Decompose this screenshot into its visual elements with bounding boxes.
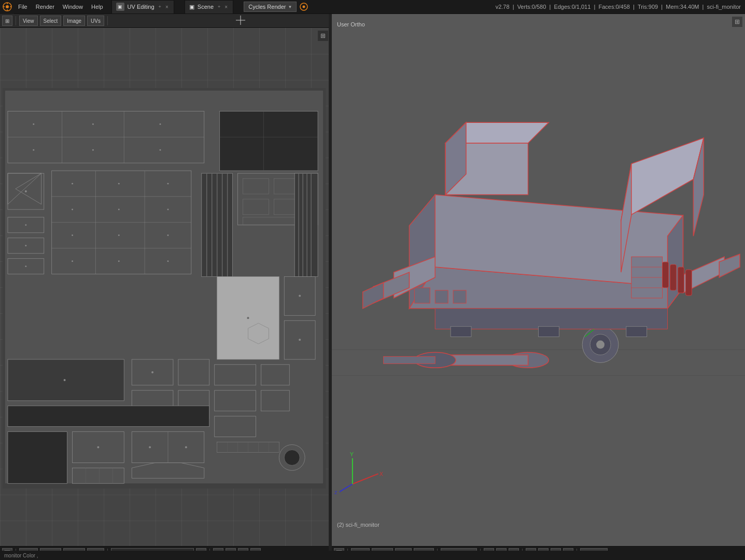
scene-tab-label: Scene: [198, 4, 214, 10]
svg-rect-20: [220, 111, 318, 171]
svg-rect-151: [539, 327, 559, 337]
svg-point-98: [97, 446, 99, 449]
uv-uvs-btn[interactable]: UVs: [87, 16, 104, 26]
uv-cursor-position: [236, 16, 245, 25]
svg-point-102: [185, 446, 187, 449]
svg-point-16: [160, 123, 161, 125]
svg-point-62: [25, 265, 26, 267]
svg-point-41: [118, 260, 120, 262]
svg-rect-131: [384, 356, 435, 363]
uv-editor-viewport[interactable]: ⊞: [0, 28, 331, 546]
svg-text:Z: Z: [334, 490, 338, 495]
bottom-status-bar: monitor Color ,: [0, 551, 745, 560]
svg-point-64: [64, 379, 66, 381]
menu-help[interactable]: Help: [87, 0, 107, 14]
menu-window[interactable]: Window: [59, 0, 87, 14]
svg-point-88: [284, 450, 300, 466]
scene-tab[interactable]: ▣ Scene + ×: [185, 0, 233, 14]
svg-rect-137: [453, 290, 466, 303]
svg-point-7: [303, 6, 305, 8]
render-engine-arrow: ▼: [288, 5, 292, 9]
scene-layout-icon: ▣: [189, 4, 194, 10]
svg-point-37: [72, 234, 73, 236]
svg-rect-143: [670, 264, 677, 290]
uv-map-display: [0, 28, 331, 546]
stats-mem: Mem:34.40M: [666, 4, 699, 10]
svg-rect-72: [294, 173, 318, 276]
uv-select-btn[interactable]: Select: [40, 16, 62, 26]
svg-point-17: [33, 149, 34, 151]
panel-resize-handle[interactable]: [329, 14, 331, 560]
svg-point-33: [167, 183, 168, 185]
viewport-3d-model: X Y Z: [332, 14, 745, 546]
svg-point-24: [25, 190, 27, 192]
svg-point-1: [6, 5, 9, 8]
svg-point-38: [118, 234, 120, 236]
stats-version: v2.78: [496, 4, 510, 10]
svg-point-40: [72, 260, 73, 262]
svg-marker-149: [435, 309, 667, 329]
svg-point-80: [299, 339, 301, 341]
crosshair-icon: [236, 16, 245, 25]
svg-point-36: [167, 208, 168, 210]
svg-point-42: [167, 260, 168, 262]
stats-tris: Tris:909: [638, 4, 658, 10]
scene-info-label: (2) sci-fi_monitor: [337, 522, 379, 528]
svg-point-19: [160, 149, 161, 151]
svg-point-35: [118, 208, 120, 210]
render-engine-dropdown[interactable]: Cycles Render ▼: [244, 2, 297, 12]
menu-render[interactable]: Render: [32, 0, 59, 14]
workspace-tab-uv-editing[interactable]: ▣ UV Editing + ×: [111, 0, 174, 14]
svg-point-56: [247, 317, 249, 319]
workspace-tab-plus[interactable]: +: [159, 4, 161, 9]
uv-top-toolbar: ⊞ View Select Image UVs: [0, 14, 331, 28]
svg-rect-150: [451, 327, 471, 337]
bottom-status-text: monitor Color ,: [4, 553, 38, 558]
render-engine-label: Cycles Render: [248, 4, 286, 10]
render-engine-section: Cycles Render ▼: [244, 2, 309, 12]
main-content: ⊞ View Select Image UVs ⊞: [0, 14, 745, 560]
viewport-3d-content[interactable]: User Ortho ⊞: [332, 14, 745, 546]
menu-file[interactable]: File: [14, 0, 32, 14]
svg-rect-152: [626, 327, 647, 337]
svg-point-34: [72, 208, 73, 210]
svg-rect-96: [8, 432, 67, 484]
svg-point-39: [167, 234, 168, 236]
top-menu-bar: File Render Window Help ▣ UV Editing + ×…: [0, 0, 745, 14]
uv-view-corner-icon[interactable]: ⊞: [2, 16, 12, 26]
svg-text:X: X: [379, 471, 384, 477]
stats-faces: Faces:0/458: [598, 4, 630, 10]
svg-point-101: [149, 446, 151, 449]
blender-logo[interactable]: [0, 0, 14, 14]
svg-rect-81: [8, 406, 209, 427]
svg-text:Y: Y: [350, 451, 354, 457]
svg-point-32: [118, 183, 120, 185]
blender-version-icon: [299, 2, 309, 12]
svg-point-15: [92, 123, 94, 125]
scene-tab-plus[interactable]: +: [218, 4, 220, 9]
svg-rect-63: [8, 359, 124, 401]
uv-image-btn[interactable]: Image: [63, 16, 85, 26]
stats-edges: Edges:0/1,011: [554, 4, 591, 10]
scene-tab-close[interactable]: ×: [223, 4, 229, 9]
uv-editor-panel: ⊞ View Select Image UVs ⊞: [0, 14, 332, 560]
svg-point-58: [25, 224, 26, 226]
svg-point-31: [72, 183, 73, 185]
svg-point-134: [596, 341, 605, 349]
viewport-3d-panel: User Ortho ⊞: [332, 14, 745, 560]
svg-point-66: [151, 371, 153, 373]
svg-rect-144: [678, 267, 684, 293]
svg-rect-136: [435, 290, 448, 303]
workspace-tab-close[interactable]: ×: [164, 4, 170, 9]
stats-bar: v2.78 | Verts:0/580 | Edges:0/1,011 | Fa…: [496, 4, 745, 10]
svg-point-18: [92, 149, 94, 151]
svg-rect-135: [414, 288, 430, 303]
svg-rect-145: [685, 270, 692, 296]
uv-view-btn[interactable]: View: [19, 16, 38, 26]
workspace-layout-icon: ▣: [116, 3, 124, 11]
svg-point-78: [299, 295, 301, 297]
svg-point-60: [25, 245, 26, 246]
svg-point-14: [33, 123, 34, 125]
sep1: [16, 16, 16, 25]
stats-object: sci-fi_monitor: [707, 4, 741, 10]
